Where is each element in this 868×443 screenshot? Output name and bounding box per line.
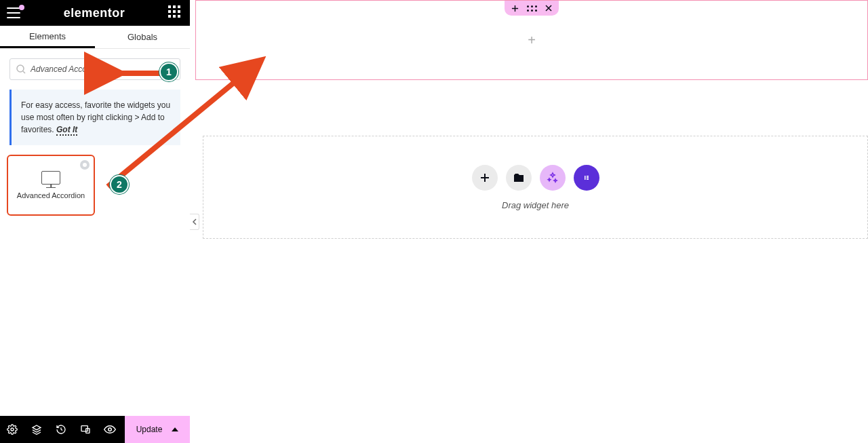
brand-logo: elementor (20, 6, 168, 20)
menu-button[interactable] (7, 7, 20, 18)
history-button[interactable] (49, 416, 73, 443)
tab-elements[interactable]: Elements (0, 26, 95, 48)
widget-label: Advanced Accordion (17, 191, 85, 199)
svg-point-2 (83, 163, 87, 167)
svg-line-1 (23, 71, 25, 73)
svg-point-3 (11, 428, 14, 431)
search-input[interactable] (31, 64, 173, 74)
widget-source-icon (80, 160, 90, 170)
section-close-button[interactable] (545, 5, 552, 12)
editor-sidebar: elementor Elements Globals For easy acce… (0, 0, 190, 443)
empty-section[interactable]: + (195, 0, 868, 80)
drop-hint-text: Drag widget here (502, 200, 569, 210)
sidebar-bottombar: Update (0, 416, 190, 443)
ai-generate-button[interactable] (540, 165, 566, 191)
new-section-drop-area[interactable]: Drag widget here (203, 136, 868, 239)
section-drag-handle[interactable] (527, 5, 537, 12)
tip-gotit-link[interactable]: Got It (56, 125, 77, 136)
add-template-button[interactable] (506, 165, 532, 191)
accordion-widget-icon (41, 171, 60, 185)
tip-text: For easy access, favorite the widgets yo… (21, 100, 170, 134)
widget-advanced-accordion[interactable]: Advanced Accordion (7, 155, 95, 216)
navigator-button[interactable] (24, 416, 49, 443)
apps-grid-button[interactable] (168, 5, 183, 20)
add-section-button[interactable] (472, 165, 498, 191)
search-box[interactable] (9, 58, 180, 80)
update-button[interactable]: Update (125, 416, 190, 443)
panel-tabs: Elements Globals (0, 26, 190, 49)
add-widget-placeholder[interactable]: + (528, 33, 536, 48)
notification-dot-icon (19, 5, 24, 10)
responsive-button[interactable] (73, 416, 98, 443)
collapse-sidebar-button[interactable] (190, 214, 199, 230)
settings-button[interactable] (0, 416, 24, 443)
preview-button[interactable] (98, 416, 122, 443)
svg-point-0 (17, 65, 24, 72)
chevron-up-icon[interactable] (172, 427, 178, 431)
section-add-button[interactable] (511, 5, 519, 12)
tab-globals[interactable]: Globals (95, 26, 190, 48)
search-container (0, 49, 190, 90)
elementor-library-button[interactable] (574, 165, 599, 191)
favorites-tip: For easy access, favorite the widgets yo… (9, 90, 180, 145)
svg-point-8 (108, 428, 112, 431)
svg-line-5 (61, 429, 62, 430)
sidebar-topbar: elementor (0, 0, 190, 26)
search-icon (16, 64, 26, 77)
editor-canvas: + Drag widget here (190, 0, 868, 443)
new-section-actions (472, 165, 599, 191)
widget-results: Advanced Accordion (0, 155, 190, 216)
update-label: Update (136, 425, 163, 434)
section-handle (505, 1, 559, 16)
